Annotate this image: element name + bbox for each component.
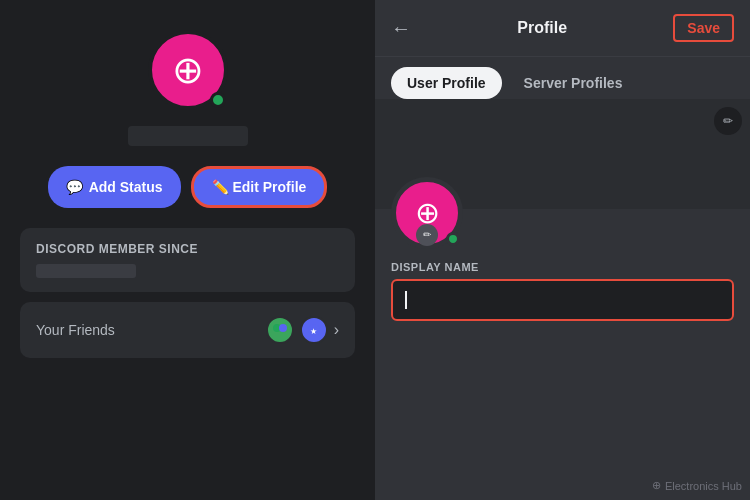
friends-right-section: ★ › [266,316,339,344]
pencil-icon: ✏ [723,114,733,128]
discord-member-since-value [36,264,136,278]
friend-avatar-2: ★ [300,316,328,344]
edit-profile-button[interactable]: ✏️ Edit Profile [191,166,328,208]
save-button[interactable]: Save [673,14,734,42]
left-panel: ⊕ 💬 Add Status ✏️ Edit Profile Discord M… [0,0,375,500]
your-friends-card[interactable]: Your Friends ★ › [20,302,355,358]
discord-member-since-card: Discord Member Since [20,228,355,292]
online-status-dot [210,92,226,108]
speech-bubble-icon: 💬 [66,179,83,195]
profile-tabs: User Profile Server Profiles [375,57,750,99]
right-panel: ← Profile Save User Profile Server Profi… [375,0,750,500]
edit-profile-label: ✏️ Edit Profile [212,179,307,195]
edit-banner-button[interactable]: ✏ [714,107,742,135]
profile-avatar-section: ⊕ ✏ [391,177,463,249]
page-title: Profile [517,19,567,37]
action-buttons-row: 💬 Add Status ✏️ Edit Profile [48,166,328,208]
friend-avatar-1 [266,316,294,344]
profile-online-dot [446,232,460,246]
watermark-icon: ⊕ [652,479,661,492]
display-name-input[interactable] [391,279,734,321]
profile-content-area: ✏ ⊕ ✏ DISPLAY NAME [375,99,750,500]
watermark-text: Electronics Hub [665,480,742,492]
svg-text:★: ★ [310,327,317,336]
discord-member-since-label: Discord Member Since [36,242,339,256]
text-cursor [405,291,407,309]
edit-avatar-icon: ✏ [423,229,431,240]
discord-icon: ⊕ [172,48,204,92]
user-avatar-container: ⊕ [148,30,228,110]
svg-point-1 [279,324,287,332]
back-arrow-icon[interactable]: ← [391,17,411,40]
tab-server-profiles[interactable]: Server Profiles [508,67,639,99]
tab-user-profile[interactable]: User Profile [391,67,502,99]
your-friends-label: Your Friends [36,322,115,338]
display-name-label: DISPLAY NAME [391,261,734,273]
add-status-label: Add Status [89,179,163,195]
display-name-section: DISPLAY NAME [391,261,734,321]
edit-avatar-button[interactable]: ✏ [416,224,438,246]
profile-header: ← Profile Save [375,0,750,57]
chevron-right-icon: › [334,321,339,339]
watermark: ⊕ Electronics Hub [652,479,742,492]
add-status-button[interactable]: 💬 Add Status [48,166,181,208]
username-bar [128,126,248,146]
